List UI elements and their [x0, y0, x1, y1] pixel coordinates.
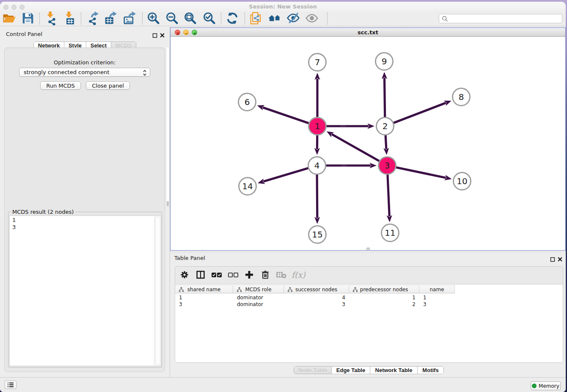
cell-predecessor-nodes[interactable]: 1 — [349, 294, 419, 301]
tab-node-table[interactable]: Node Table — [294, 367, 332, 374]
delete-column-icon — [261, 270, 270, 281]
frame-resize-grip[interactable] — [366, 248, 370, 250]
export-table-button[interactable] — [103, 13, 118, 25]
zoom-in-button[interactable] — [146, 13, 160, 25]
shared-column-icon — [287, 287, 293, 293]
optimization-criterion-label: Optimization criterion: — [5, 59, 165, 66]
column-header-shared-name[interactable]: shared name — [175, 285, 233, 293]
close-panel-button[interactable]: Close panel — [86, 81, 130, 90]
cell-successor-nodes[interactable]: 4 — [284, 294, 349, 301]
search-field[interactable] — [439, 14, 562, 23]
edge-3-1[interactable] — [332, 134, 387, 166]
tab-motifs[interactable]: Motifs — [418, 367, 443, 374]
column-header-predecessor-nodes[interactable]: predecessor nodes — [349, 285, 419, 293]
column-header-MCDS-role[interactable]: MCDS role — [233, 285, 284, 293]
delete-column-button[interactable] — [259, 269, 272, 282]
gear-icon — [180, 270, 189, 281]
open-file-button[interactable] — [2, 13, 17, 25]
shared-column-icon — [237, 287, 242, 293]
toolbar-separator — [39, 13, 40, 25]
table-row-3[interactable]: 3dominator323 — [175, 301, 563, 308]
criterion-selected-value: strongly connected component — [24, 68, 110, 76]
node-15[interactable]: 15 — [309, 226, 326, 243]
import-table-button[interactable] — [63, 13, 77, 25]
cell-name[interactable]: 1 — [419, 294, 455, 301]
control-panel-scrollbar[interactable] — [166, 47, 170, 204]
network-desktop-pane: scc.txt 1 2 3 4 6 7 8 9 10 11 14 — [170, 26, 566, 377]
zoom-out-button[interactable] — [165, 13, 179, 25]
table-row-1[interactable]: 1dominator411 — [175, 294, 563, 301]
zoom-selected-button[interactable] — [202, 13, 216, 25]
node-1[interactable]: 1 — [309, 118, 326, 135]
show-hidden-button[interactable] — [305, 13, 319, 25]
deselect-all-button[interactable] — [227, 269, 239, 282]
cell-successor-nodes[interactable]: 3 — [284, 301, 349, 308]
shared-column-icon — [179, 287, 184, 293]
cell-shared-name[interactable]: 3 — [175, 301, 233, 308]
save-session-button[interactable] — [21, 13, 35, 25]
table-panel-float-button[interactable] — [550, 256, 555, 261]
cell-MCDS-role[interactable]: dominator — [233, 294, 284, 301]
columns-button[interactable] — [194, 269, 207, 282]
table-panel: Table Panel f(x) — [170, 253, 566, 377]
network-canvas[interactable]: 1 2 3 4 6 7 8 9 10 11 14 15 — [171, 37, 565, 250]
node-6[interactable]: 6 — [239, 94, 256, 111]
cell-shared-name[interactable]: 1 — [175, 294, 233, 301]
column-header-successor-nodes[interactable]: successor nodes — [284, 285, 349, 293]
select-all-button[interactable] — [210, 269, 223, 282]
hide-selected-button[interactable] — [286, 13, 300, 25]
import-network-button[interactable] — [44, 13, 59, 25]
run-mcds-button[interactable]: Run MCDS — [40, 81, 81, 90]
edge-2-8[interactable] — [385, 103, 446, 126]
node-11[interactable]: 11 — [382, 224, 399, 242]
memory-status-icon — [532, 384, 537, 388]
network-frame-titlebar[interactable]: scc.txt — [171, 28, 565, 37]
first-neighbors-button[interactable] — [225, 13, 239, 25]
tab-network-table[interactable]: Network Table — [370, 367, 418, 374]
memory-button[interactable]: Memory — [531, 381, 561, 390]
export-network-button[interactable] — [85, 13, 100, 25]
node-2[interactable]: 2 — [377, 118, 394, 135]
node-8[interactable]: 8 — [453, 88, 470, 106]
mcds-result-scrollbar[interactable] — [154, 216, 160, 365]
tab-edge-table[interactable]: Edge Table — [332, 367, 370, 374]
memory-label: Memory — [539, 383, 559, 389]
toolbar-separator — [327, 13, 328, 25]
control-panel-close-button[interactable] — [160, 32, 165, 37]
export-image-button[interactable] — [122, 13, 137, 25]
column-header-name[interactable]: name — [419, 285, 455, 293]
node-9[interactable]: 9 — [376, 53, 393, 70]
table-tabstrip: Node TableEdge TableNetwork TableMotifs — [294, 366, 444, 374]
node-2-label: 2 — [383, 121, 388, 131]
new-network-from-selection-button[interactable] — [249, 13, 263, 25]
zoom-fit-button[interactable] — [183, 13, 197, 25]
task-history-button[interactable] — [5, 381, 17, 389]
gear-button[interactable] — [178, 269, 191, 282]
open-file-icon — [3, 12, 16, 26]
control-panel-float-button[interactable] — [152, 32, 157, 37]
add-column-button[interactable] — [243, 269, 256, 282]
node-table[interactable]: shared name MCDS role successor nodes pr… — [175, 284, 563, 362]
table-panel-title: Table Panel — [174, 255, 205, 261]
control-panel: Control Panel NetworkStyleSelectMCDS Opt… — [0, 26, 166, 377]
new-network-from-selection-icon — [250, 12, 262, 26]
mcds-result-textarea[interactable]: 1 3 — [9, 215, 161, 366]
node-10[interactable]: 10 — [454, 173, 471, 190]
cell-name[interactable]: 3 — [419, 301, 455, 308]
node-14[interactable]: 14 — [239, 178, 256, 195]
network-frame-title: scc.txt — [171, 28, 565, 37]
criterion-select[interactable]: strongly connected component — [19, 68, 150, 77]
node-7[interactable]: 7 — [309, 54, 326, 71]
cell-predecessor-nodes[interactable]: 2 — [349, 301, 419, 308]
show-hidden-icon — [306, 12, 318, 26]
control-panel-scrollbar-thumb[interactable] — [167, 201, 169, 206]
show-all-button[interactable] — [267, 13, 282, 25]
search-input[interactable] — [449, 15, 559, 22]
cell-MCDS-role[interactable]: dominator — [233, 301, 284, 308]
node-4[interactable]: 4 — [308, 157, 326, 174]
node-3[interactable]: 3 — [379, 157, 396, 174]
table-panel-close-button[interactable] — [557, 256, 563, 261]
search-icon — [442, 16, 448, 24]
column-header-label: predecessor nodes — [360, 287, 408, 293]
zoom-in-icon — [147, 12, 160, 26]
